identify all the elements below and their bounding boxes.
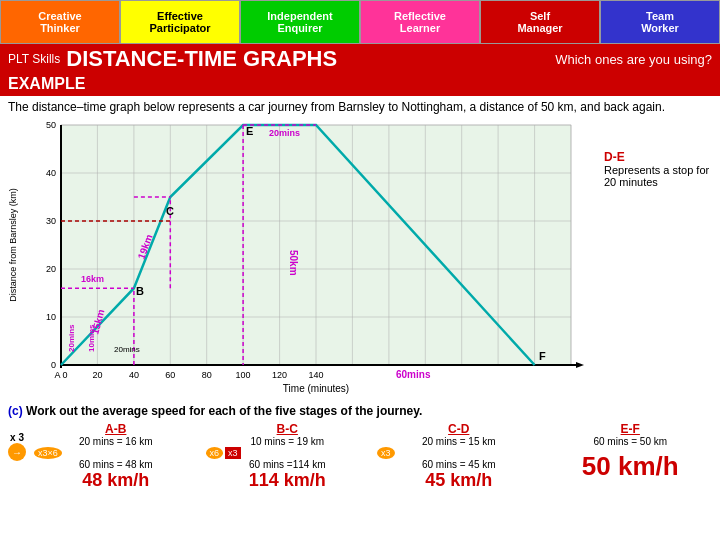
work-out-instruction: Work out the average speed for each of t… bbox=[26, 404, 422, 418]
tab-independent[interactable]: IndependentEnquirer bbox=[240, 0, 360, 44]
stage-ef-result: 50 km/h bbox=[549, 451, 713, 482]
svg-text:F: F bbox=[539, 350, 546, 362]
svg-text:B: B bbox=[136, 285, 144, 297]
stage-ab-header: A-B bbox=[34, 422, 198, 436]
svg-text:Time (minutes): Time (minutes) bbox=[283, 383, 349, 394]
plt-skills-label: PLT Skills bbox=[8, 52, 60, 66]
stage-bc-header: B-C bbox=[206, 422, 370, 436]
svg-text:10: 10 bbox=[46, 312, 56, 322]
svg-text:80: 80 bbox=[202, 370, 212, 380]
stage-bc-calc2: 60 mins =114 km bbox=[206, 459, 370, 470]
tab-creative[interactable]: CreativeThinker bbox=[0, 0, 120, 44]
svg-text:40: 40 bbox=[46, 168, 56, 178]
stage-cd-header: C-D bbox=[377, 422, 541, 436]
stage-ef: E-F 60 mins = 50 km 50 km/h bbox=[549, 422, 713, 482]
svg-text:E: E bbox=[246, 125, 253, 137]
svg-text:20: 20 bbox=[46, 264, 56, 274]
stage-ab-calc2: 60 mins = 48 km bbox=[34, 459, 198, 470]
svg-text:60mins: 60mins bbox=[396, 369, 431, 380]
svg-text:50: 50 bbox=[46, 120, 56, 130]
stage-cd-calc1: 20 mins = 15 km bbox=[377, 436, 541, 447]
main-title: DISTANCE-TIME GRAPHS bbox=[66, 46, 337, 72]
stage-ab: A-B 20 mins = 16 km x3×6 60 mins = 48 km… bbox=[34, 422, 198, 491]
svg-text:40: 40 bbox=[129, 370, 139, 380]
svg-text:Distance from Barnsley (km): Distance from Barnsley (km) bbox=[8, 188, 18, 302]
stage-cd-result: 45 km/h bbox=[377, 470, 541, 491]
svg-text:C: C bbox=[166, 205, 174, 217]
graph-area: 0 10 20 30 40 50 A 0 20 40 60 80 100 120… bbox=[6, 120, 598, 400]
distance-time-graph: 0 10 20 30 40 50 A 0 20 40 60 80 100 120… bbox=[6, 120, 586, 400]
stage-ab-result: 48 km/h bbox=[34, 470, 198, 491]
stage-bc-calc1: 10 mins = 19 km bbox=[206, 436, 370, 447]
which-ones-label: Which ones are you using? bbox=[555, 52, 712, 67]
example-label: EXAMPLE bbox=[0, 74, 720, 96]
svg-text:100: 100 bbox=[236, 370, 251, 380]
de-desc: Represents a stop for 20 minutes bbox=[604, 164, 714, 188]
stage-ef-calc1: 60 mins = 50 km bbox=[549, 436, 713, 447]
svg-text:20mins: 20mins bbox=[114, 345, 140, 354]
bottom-section: (c) Work out the average speed for each … bbox=[0, 402, 720, 493]
svg-text:20mins: 20mins bbox=[67, 324, 76, 352]
svg-text:30: 30 bbox=[46, 216, 56, 226]
svg-text:50km: 50km bbox=[288, 250, 299, 276]
de-info: D-E Represents a stop for 20 minutes bbox=[604, 150, 714, 400]
svg-text:A 0: A 0 bbox=[54, 370, 67, 380]
svg-text:20mins: 20mins bbox=[269, 128, 300, 138]
tab-effective[interactable]: EffectiveParticipator bbox=[120, 0, 240, 44]
tab-team[interactable]: TeamWorker bbox=[600, 0, 720, 44]
svg-text:20: 20 bbox=[92, 370, 102, 380]
stage-bc: B-C 10 mins = 19 km x6 x3 60 mins =114 k… bbox=[206, 422, 370, 491]
svg-text:0: 0 bbox=[51, 360, 56, 370]
stage-cd-calc2: 60 mins = 45 km bbox=[377, 459, 541, 470]
tab-self[interactable]: SelfManager bbox=[480, 0, 600, 44]
svg-text:60: 60 bbox=[165, 370, 175, 380]
stage-ef-header: E-F bbox=[549, 422, 713, 436]
tab-reflective[interactable]: ReflectiveLearner bbox=[360, 0, 480, 44]
svg-text:140: 140 bbox=[308, 370, 323, 380]
svg-marker-24 bbox=[576, 362, 584, 368]
title-bar: PLT Skills DISTANCE-TIME GRAPHS Which on… bbox=[0, 44, 720, 74]
stage-ab-calc1: 20 mins = 16 km bbox=[34, 436, 198, 447]
c-prefix: (c) bbox=[8, 404, 23, 418]
stage-bc-result: 114 km/h bbox=[206, 470, 370, 491]
svg-text:16km: 16km bbox=[81, 274, 104, 284]
main-content: 0 10 20 30 40 50 A 0 20 40 60 80 100 120… bbox=[0, 118, 720, 402]
svg-text:10mins: 10mins bbox=[87, 324, 96, 352]
svg-text:120: 120 bbox=[272, 370, 287, 380]
description-text: The distance–time graph below represents… bbox=[0, 96, 720, 118]
work-out-text: (c) Work out the average speed for each … bbox=[8, 404, 712, 418]
header-tabs: CreativeThinker EffectiveParticipator In… bbox=[0, 0, 720, 44]
de-title: D-E bbox=[604, 150, 714, 164]
stage-cd: C-D 20 mins = 15 km x3 60 mins = 45 km 4… bbox=[377, 422, 541, 491]
